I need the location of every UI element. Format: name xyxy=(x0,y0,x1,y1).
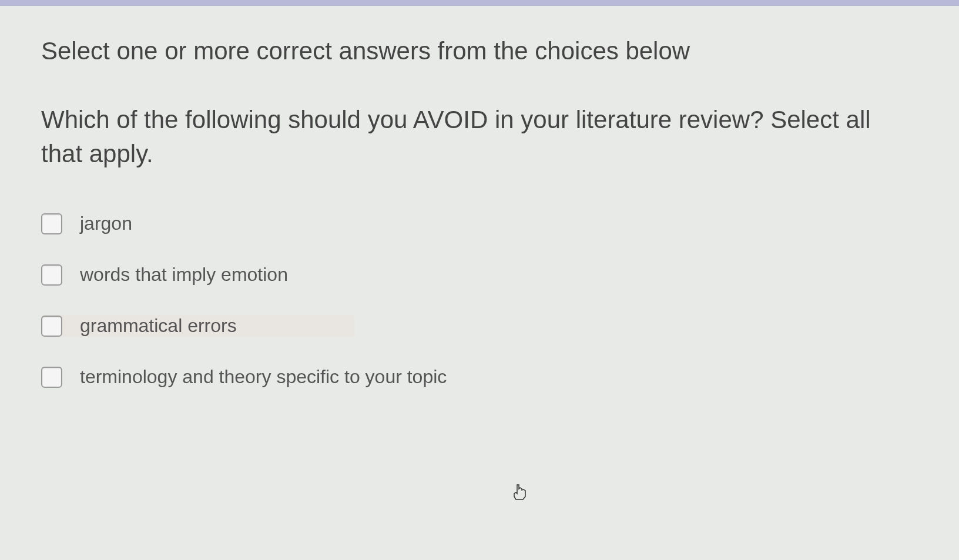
option-row: words that imply emotion xyxy=(41,264,918,286)
option-label[interactable]: words that imply emotion xyxy=(80,264,288,286)
option-label[interactable]: grammatical errors xyxy=(80,315,237,337)
question-text: Which of the following should you AVOID … xyxy=(41,103,918,172)
cursor-pointer-icon xyxy=(511,482,529,502)
checkbox-grammatical-errors[interactable] xyxy=(41,316,62,337)
checkbox-emotion-words[interactable] xyxy=(41,264,62,286)
option-row: terminology and theory specific to your … xyxy=(41,366,918,388)
instruction-text: Select one or more correct answers from … xyxy=(41,35,918,68)
option-label[interactable]: jargon xyxy=(80,213,132,234)
checkbox-terminology[interactable] xyxy=(41,367,62,388)
option-label[interactable]: terminology and theory specific to your … xyxy=(80,366,447,388)
checkbox-jargon[interactable] xyxy=(41,213,62,234)
option-row: grammatical errors xyxy=(41,315,354,337)
options-list: jargon words that imply emotion grammati… xyxy=(41,213,918,388)
option-row: jargon xyxy=(41,213,918,234)
